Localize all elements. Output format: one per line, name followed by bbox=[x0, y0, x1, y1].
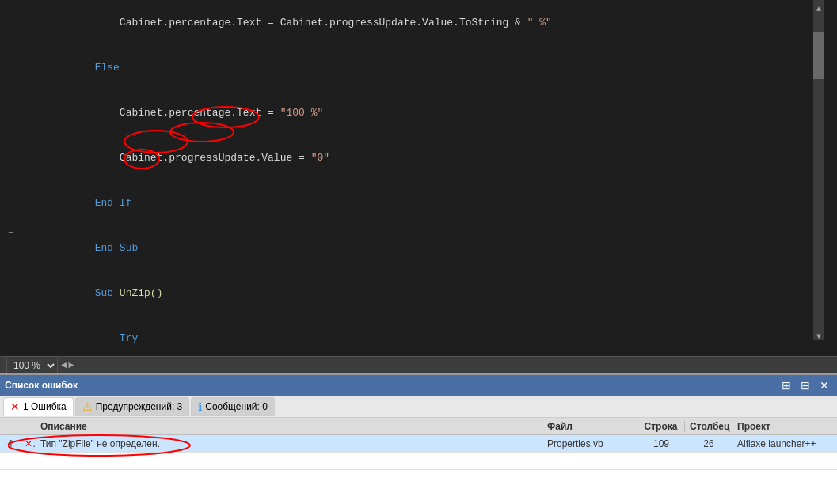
error-row-empty bbox=[0, 453, 837, 470]
code-editor: Cabinet.percentage.Text = Cabinet.progre… bbox=[0, 0, 837, 356]
error-row-empty bbox=[0, 470, 837, 487]
status-bar: 100 % 75 % 125 % 150 % ◄ ► bbox=[0, 356, 837, 373]
code-line: Sub UnZip() bbox=[0, 271, 837, 316]
tab-errors[interactable]: ✕ 1 Ошибка bbox=[3, 397, 74, 416]
line-content: End If bbox=[17, 180, 837, 225]
code-line: Cabinet.percentage.Text = "100 %" bbox=[0, 90, 837, 135]
collapse-arrow: − bbox=[5, 225, 17, 241]
error-row[interactable]: 4 ✕ Тип "ZipFile" не определен. Properti… bbox=[0, 435, 837, 453]
scroll-right-arrow[interactable]: ► bbox=[68, 360, 74, 371]
code-line: Cabinet.progressUpdate.Value = "0" bbox=[0, 135, 837, 180]
line-content: Cabinet.percentage.Text = "100 %" bbox=[17, 90, 837, 135]
line-content: Try bbox=[17, 316, 837, 356]
scroll-left-arrow[interactable]: ◄ bbox=[61, 360, 67, 371]
zoom-dropdown[interactable]: 100 % 75 % 125 % 150 % bbox=[6, 358, 58, 373]
tab-messages[interactable]: ℹ Сообщений: 0 bbox=[191, 397, 275, 416]
col-header-file: Файл bbox=[542, 421, 637, 432]
scroll-arrows: ◄ ► bbox=[61, 360, 74, 371]
col-header-line: Строка bbox=[637, 421, 685, 432]
error-panel-header: Список ошибок ⊞ ⊟ ✕ bbox=[0, 375, 837, 396]
line-content: Cabinet.progressUpdate.Value = "0" bbox=[17, 135, 837, 180]
error-panel-title: Список ошибок bbox=[5, 380, 78, 391]
error-icon: ✕ bbox=[10, 400, 20, 413]
error-table: Описание Файл Строка Столбец Проект 4 ✕ … bbox=[0, 418, 837, 504]
tab-warnings-label: Предупреждений: 3 bbox=[96, 401, 183, 412]
info-icon: ℹ bbox=[198, 400, 202, 413]
row-icon: ✕ bbox=[20, 438, 36, 449]
tab-messages-label: Сообщений: 0 bbox=[205, 401, 268, 412]
row-description: Тип "ZipFile" не определен. bbox=[36, 438, 542, 449]
warning-icon: ⚠ bbox=[82, 400, 93, 413]
col-header-proj: Проект bbox=[732, 421, 837, 432]
error-table-header: Описание Файл Строка Столбец Проект bbox=[0, 418, 837, 435]
row-project: Aiflaxe launcher++ bbox=[732, 438, 837, 449]
col-header-desc: Описание bbox=[36, 421, 542, 432]
line-content: End Sub bbox=[17, 225, 837, 271]
error-panel: Список ошибок ⊞ ⊟ ✕ ✕ 1 Ошибка ⚠ Предупр… bbox=[0, 373, 837, 504]
code-line: Try bbox=[0, 316, 837, 356]
unpin-button[interactable]: ⊟ bbox=[797, 379, 813, 392]
tab-warnings[interactable]: ⚠ Предупреждений: 3 bbox=[75, 397, 190, 416]
zoom-control[interactable]: 100 % 75 % 125 % 150 % bbox=[6, 358, 58, 373]
code-line: Cabinet.percentage.Text = Cabinet.progre… bbox=[0, 0, 837, 45]
col-header-col: Столбец bbox=[685, 421, 732, 432]
error-row-empty bbox=[0, 487, 837, 504]
code-content: Cabinet.percentage.Text = Cabinet.progre… bbox=[0, 0, 837, 356]
line-content: Sub UnZip() bbox=[17, 271, 837, 316]
row-error-icon: ✕ bbox=[25, 438, 36, 449]
error-panel-controls: ⊞ ⊟ ✕ bbox=[778, 379, 832, 392]
error-tabs: ✕ 1 Ошибка ⚠ Предупреждений: 3 ℹ Сообщен… bbox=[0, 396, 837, 418]
error-table-body: 4 ✕ Тип "ZipFile" не определен. Properti… bbox=[0, 435, 837, 504]
row-file: Properties.vb bbox=[542, 438, 637, 449]
code-line: − End Sub bbox=[0, 225, 837, 271]
line-content: Cabinet.percentage.Text = Cabinet.progre… bbox=[17, 0, 837, 45]
pin-button[interactable]: ⊞ bbox=[778, 379, 794, 392]
row-num: 4 bbox=[0, 438, 20, 449]
tab-errors-label: 1 Ошибка bbox=[23, 401, 67, 412]
line-content: Else bbox=[17, 45, 837, 90]
row-col: 26 bbox=[685, 438, 732, 449]
code-line: End If bbox=[0, 180, 837, 225]
code-line: Else bbox=[0, 45, 837, 90]
close-panel-button[interactable]: ✕ bbox=[816, 379, 832, 392]
row-line: 109 bbox=[637, 438, 685, 449]
